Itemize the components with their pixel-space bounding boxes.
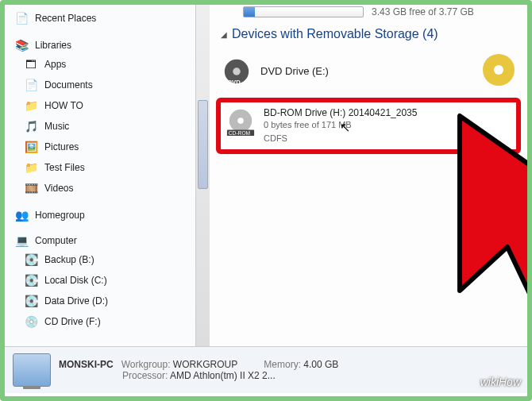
sidebar-item-videos[interactable]: 🎞️Videos xyxy=(5,178,210,199)
music-icon: 🎵 xyxy=(24,119,38,133)
folder-icon: 📁 xyxy=(24,98,38,113)
sidebar-section-computer[interactable]: 💻 Computer xyxy=(5,232,210,249)
label: Libraries xyxy=(35,40,71,51)
label: Test Files xyxy=(44,162,85,173)
navigation-pane: 📄 Recent Places 📚 Libraries 🗔Apps 📄Docum… xyxy=(5,5,210,346)
label: Documents xyxy=(44,79,93,91)
device-title: DVD Drive (E:) xyxy=(260,65,329,77)
sidebar-item-music[interactable]: 🎵Music xyxy=(5,116,210,137)
memory-value: 4.00 GB xyxy=(303,359,338,370)
sidebar-item-documents[interactable]: 📄Documents xyxy=(5,75,210,95)
sidebar-item-howto[interactable]: 📁HOW TO xyxy=(5,95,210,116)
sidebar-item-apps[interactable]: 🗔Apps xyxy=(5,54,210,75)
processor-value: AMD Athlon(tm) II X2 2... xyxy=(170,370,276,381)
libraries-icon: 📚 xyxy=(14,38,29,52)
recent-icon: 📄 xyxy=(14,11,29,25)
svg-point-1 xyxy=(233,67,241,75)
memory-label: Memory: xyxy=(264,359,301,370)
label: Videos xyxy=(44,183,73,194)
folder-icon: 🗔 xyxy=(24,57,38,71)
content-pane: 3.43 GB free of 3.77 GB ◢ Devices with R… xyxy=(210,5,527,346)
label: CD Drive (F:) xyxy=(44,316,101,327)
sidebar-item-datadrive[interactable]: 💽Data Drive (D:) xyxy=(5,291,210,311)
devices-section-header[interactable]: ◢ Devices with Removable Storage (4) xyxy=(216,22,521,49)
label: Apps xyxy=(44,59,66,70)
processor-label: Processor: xyxy=(122,370,168,381)
drive-icon: 💽 xyxy=(24,253,38,267)
drive-icon: 💽 xyxy=(24,273,38,287)
label: Backup (B:) xyxy=(44,254,94,265)
documents-icon: 📄 xyxy=(24,78,38,92)
scrollbar-thumb[interactable] xyxy=(198,100,208,189)
device-dvd-drive[interactable]: DVD DVD Drive (E:) xyxy=(216,49,521,93)
computer-large-icon xyxy=(13,353,51,387)
sidebar-section-homegroup[interactable]: 👥 Homegroup xyxy=(5,206,210,224)
dvd-icon: DVD xyxy=(221,58,253,85)
sidebar-item-localdisk[interactable]: 💽Local Disk (C:) xyxy=(5,270,210,291)
svg-point-4 xyxy=(494,65,503,75)
folder-icon: 📁 xyxy=(24,160,38,175)
disk-free-text: 3.43 GB free of 3.77 GB xyxy=(372,6,474,17)
sidebar-item-backup[interactable]: 💽Backup (B:) xyxy=(5,249,210,270)
main-area: 📄 Recent Places 📚 Libraries 🗔Apps 📄Docum… xyxy=(5,5,527,346)
label: Homegroup xyxy=(35,210,85,221)
svg-point-6 xyxy=(237,118,244,124)
watermark: wikiHow xyxy=(480,376,521,388)
sidebar-section-libraries[interactable]: 📚 Libraries xyxy=(5,37,210,54)
label: Computer xyxy=(35,235,77,246)
device-filesystem: CDFS xyxy=(264,132,417,145)
label: Recent Places xyxy=(35,13,96,24)
sidebar-item-testfiles[interactable]: 📁Test Files xyxy=(5,157,210,178)
sidebar-scrollbar[interactable] xyxy=(195,5,210,346)
label: Data Drive (D:) xyxy=(44,295,108,307)
svg-text:CD-ROM: CD-ROM xyxy=(229,130,250,136)
homegroup-icon: 👥 xyxy=(14,208,29,222)
label: Local Disk (C:) xyxy=(44,275,107,286)
sidebar-item-cddrive[interactable]: 💿CD Drive (F:) xyxy=(5,311,210,332)
computer-icon: 💻 xyxy=(14,233,29,248)
disk-usage-row: 3.43 GB free of 3.77 GB xyxy=(216,5,521,22)
cdrom-icon: CD-ROM xyxy=(226,107,256,140)
disc-icon: 💿 xyxy=(24,314,38,329)
device-bdrom-highlighted[interactable]: CD-ROM BD-ROM Drive (H:) 20140421_2035 0… xyxy=(216,98,521,154)
section-title: Devices with Removable Storage (4) xyxy=(232,27,438,41)
svg-text:DVD: DVD xyxy=(228,79,241,86)
workgroup-value: WORKGROUP xyxy=(173,359,237,370)
label: Music xyxy=(44,121,69,132)
workgroup-label: Workgroup: xyxy=(121,359,171,370)
pictures-icon: 🖼️ xyxy=(24,140,38,154)
computer-name: MONSKI-PC xyxy=(59,359,114,370)
sidebar-item-pictures[interactable]: 🖼️Pictures xyxy=(5,137,210,157)
device-free-space: 0 bytes free of 171 MB xyxy=(264,118,417,132)
expand-icon: ◢ xyxy=(221,30,227,39)
label: HOW TO xyxy=(44,100,83,111)
disk-usage-bar xyxy=(243,6,364,17)
device-title: BD-ROM Drive (H:) 20140421_2035 xyxy=(264,107,417,118)
videos-icon: 🎞️ xyxy=(24,181,38,195)
details-pane: MONSKI-PC Workgroup: WORKGROUP Memory: 4… xyxy=(5,346,527,393)
label: Pictures xyxy=(44,141,79,152)
gold-disc-icon xyxy=(481,52,516,87)
sidebar-item-recent[interactable]: 📄 Recent Places xyxy=(5,8,210,29)
drive-icon: 💽 xyxy=(24,294,38,308)
